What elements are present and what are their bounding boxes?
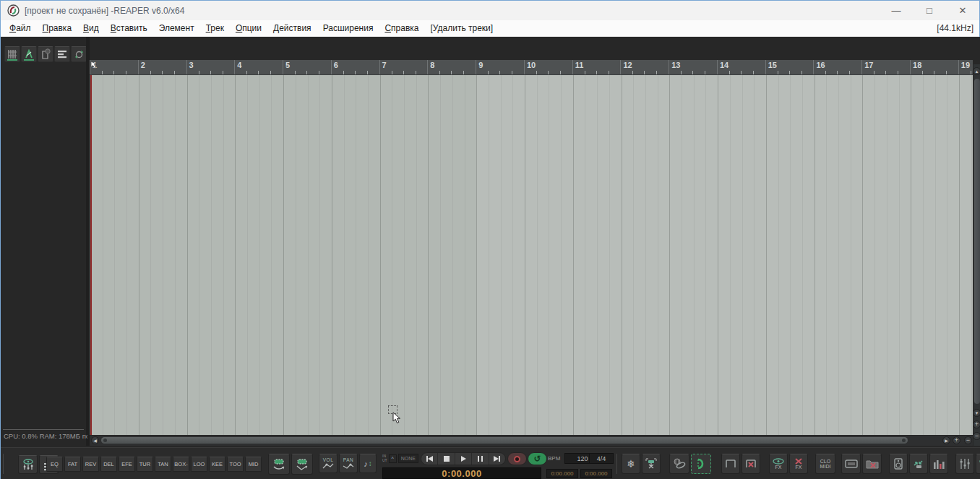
item-properties-button[interactable] (268, 454, 290, 475)
vertical-scroll-thumb[interactable] (974, 79, 980, 404)
mixer-visibility-button[interactable] (18, 455, 38, 474)
split-item-button[interactable] (642, 454, 661, 474)
glue-items-button[interactable] (669, 454, 689, 474)
freeze-track-button[interactable]: ❄ (622, 454, 640, 474)
fx-preset-button[interactable]: MID (245, 457, 262, 472)
performance-meter-button[interactable] (929, 454, 948, 474)
menu-item[interactable]: Вид (77, 21, 105, 35)
monitor-output-button[interactable] (889, 454, 908, 474)
menu-item[interactable]: Справка (379, 21, 424, 35)
close-button[interactable]: ✕ (946, 1, 979, 20)
sync-widget[interactable]: INUT ^ NONE (382, 452, 418, 465)
menu-item[interactable]: Файл (4, 21, 37, 35)
remove-fx-button[interactable]: FX (789, 454, 808, 474)
pan-envelope-button[interactable]: PAN (339, 454, 358, 473)
fx-preset-button[interactable]: LOO (191, 457, 207, 472)
sync-out-label: UT (382, 459, 387, 463)
menu-item[interactable]: Опции (230, 21, 267, 35)
show-fx-button[interactable]: FX (769, 454, 788, 474)
close-project-button[interactable] (862, 454, 882, 474)
scroll-up-button[interactable]: ▲ (973, 67, 980, 75)
metronome-button[interactable] (21, 46, 37, 62)
scroll-right-button[interactable]: ▶ (942, 436, 950, 444)
pause-button[interactable] (472, 453, 489, 465)
fx-preset-button[interactable]: EQ (46, 457, 63, 472)
new-project-button[interactable] (38, 46, 53, 62)
samplerate-status: [44.1kHz] (937, 23, 973, 33)
go-to-end-button[interactable] (489, 453, 505, 465)
selection-end-field[interactable]: 0:00.000 (580, 469, 612, 478)
play-button[interactable] (455, 453, 472, 465)
ruler-measure: 2 (138, 60, 186, 75)
vertical-scrollbar[interactable]: ▲ ▼ + − (973, 64, 980, 446)
item-fade-button[interactable] (291, 454, 313, 475)
fx-preset-button[interactable]: TUR (137, 457, 153, 472)
menu-item[interactable]: Правка (37, 21, 78, 35)
playback-time-display[interactable]: 0:00.000 (382, 467, 541, 479)
fx-preset-button[interactable]: BOX- (173, 457, 189, 472)
transport-controls (421, 452, 506, 465)
reaper-window: [проект не сохранён] -REAPER v6.0/x64 — … (0, 0, 980, 479)
horizontal-scroll-thumb[interactable] (101, 437, 908, 444)
touch-automation-button[interactable] (909, 454, 928, 474)
maximize-button[interactable]: □ (913, 1, 946, 20)
fx-preset-button[interactable]: REV (82, 457, 99, 472)
main-toolbar (4, 46, 87, 62)
menu-item[interactable]: [Удалить треки] (425, 21, 499, 35)
reaper-logo-icon (7, 4, 20, 17)
sync-caret-button[interactable]: ^ (389, 454, 397, 463)
mixer-button[interactable] (955, 454, 974, 474)
reaper-sync-button[interactable] (71, 46, 87, 62)
menu-item[interactable]: Действия (267, 21, 317, 35)
record-icon (514, 456, 520, 462)
sync-source-value: NONE (398, 454, 418, 463)
fx-preset-button[interactable]: DEL (100, 457, 117, 472)
mixer-view-button[interactable] (54, 46, 70, 62)
tcp-divider[interactable] (86, 37, 90, 446)
menu-item[interactable]: Трек (200, 21, 230, 35)
ruler-measure: 10 (524, 60, 572, 75)
horizontal-scrollbar[interactable]: ◀ ▶ + − (90, 436, 973, 446)
timesig-field[interactable]: 4/4 (589, 453, 614, 464)
fx-preset-button[interactable]: EFE (119, 457, 135, 472)
menu-item[interactable]: Расширения (317, 21, 379, 35)
video-window-button[interactable] (841, 454, 861, 474)
volume-envelope-button[interactable]: VOL (319, 454, 338, 473)
monitor-fx-button[interactable]: FX (976, 454, 980, 474)
scroll-left-button[interactable]: ◀ (91, 436, 99, 444)
scroll-down-button[interactable]: ▼ (973, 409, 980, 417)
fx-preset-button[interactable]: TAN (155, 457, 171, 472)
main-area: 12345678910111213141516171819 CPU: 0.8% … (1, 37, 980, 479)
ruler-measure: 19 (958, 60, 973, 75)
menu-item[interactable]: Вставить (105, 21, 153, 35)
ruler-start-marker (90, 61, 98, 69)
loop-button[interactable]: ↺ (528, 452, 547, 465)
hzoom-out-button[interactable]: − (964, 436, 972, 444)
bpm-label: BPM (548, 455, 560, 462)
ruler-measure: 9 (476, 60, 524, 75)
group-items-button[interactable] (721, 454, 740, 474)
fx-preset-button[interactable]: FAT (64, 457, 81, 472)
ruler-measure: 17 (861, 60, 910, 75)
bottom-toolbar: EQFATREVDELEFETURTANBOX-LOOKEETOOMID VOL… (1, 447, 980, 479)
record-button[interactable] (507, 452, 527, 465)
fx-preset-button[interactable]: TOO (227, 457, 244, 472)
vzoom-out-button[interactable]: − (973, 432, 980, 440)
arrange-view[interactable] (90, 75, 973, 435)
ruler-measure: 13 (669, 60, 717, 75)
ripple-edit-button[interactable] (691, 454, 711, 474)
hzoom-in-button[interactable]: + (953, 436, 960, 444)
fx-preset-button[interactable]: KEE (209, 457, 225, 472)
grid-settings-button[interactable] (4, 46, 20, 62)
selection-start-field[interactable]: 0:00.000 (546, 469, 578, 478)
stop-button[interactable] (438, 453, 455, 465)
go-to-start-button[interactable] (421, 453, 438, 465)
close-midi-button[interactable]: CLO MIDI (815, 454, 835, 474)
vzoom-in-button[interactable]: + (973, 420, 980, 428)
minimize-button[interactable]: — (880, 1, 913, 20)
ruler-measure: 14 (717, 60, 765, 75)
pitch-envelope-button[interactable]: ♪ ↕ (359, 454, 377, 473)
ungroup-items-button[interactable] (742, 454, 760, 474)
menu-item[interactable]: Элемент (153, 21, 200, 35)
timeline-ruler[interactable]: 12345678910111213141516171819 (90, 60, 973, 75)
